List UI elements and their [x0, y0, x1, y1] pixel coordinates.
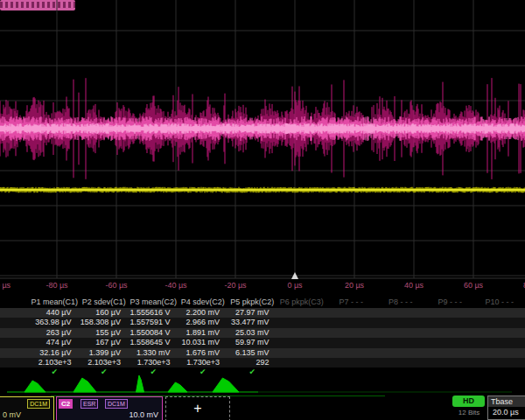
- measurement-histicon: [168, 382, 187, 392]
- c2-scale-value: 10.0 mV: [129, 410, 158, 419]
- measure-value-cell: 1.558645 V: [130, 338, 179, 347]
- measure-value-cell: [426, 308, 476, 318]
- measure-header-cell[interactable]: P10 - - -: [476, 297, 525, 308]
- time-axis-label: 0 µs: [274, 281, 316, 290]
- measure-value-cell: 167 µV: [80, 338, 130, 347]
- measure-value-cell: 155 µV: [80, 328, 130, 338]
- measure-value-cell: 33.477 mV: [228, 318, 278, 327]
- hd-mode-badge[interactable]: HD: [452, 396, 485, 407]
- measure-value-cell: 440 µV: [31, 308, 80, 318]
- measure-value-cell: [377, 338, 427, 347]
- timebase-title: Tbase: [488, 396, 525, 407]
- measure-value-cell: [327, 348, 377, 358]
- measurement-table: P1 mean(C1)P2 sdev(C1)P3 mean(C2)P4 sdev…: [0, 297, 525, 378]
- measure-value-cell: 2.103e+3: [31, 358, 80, 368]
- measure-value-cell: [476, 338, 525, 347]
- measure-value-cell: [278, 338, 328, 347]
- measure-value-cell: [476, 318, 525, 327]
- measure-value-cell: 1.550084 V: [130, 328, 179, 338]
- measure-value-cell: 2.966 mV: [179, 318, 229, 327]
- time-axis-label: -100 µs: [0, 281, 18, 290]
- measure-value-cell: [377, 308, 427, 318]
- plus-icon: +: [193, 401, 201, 416]
- time-axis-label: 60 µs: [452, 281, 494, 290]
- measure-value-cell: [476, 348, 525, 358]
- measure-value-cell: 263 µV: [31, 328, 80, 338]
- time-axis-label: -80 µs: [36, 281, 78, 290]
- time-axis-label: 40 µs: [393, 281, 435, 290]
- timebase-descriptor[interactable]: Tbase 20.0 µs: [487, 396, 525, 420]
- measure-value-cell: 59.97 mV: [228, 338, 278, 347]
- time-axis: -100 µs-80 µs-60 µs-40 µs-20 µs0 µs20 µs…: [0, 281, 525, 292]
- measure-header-cell[interactable]: P9 - - -: [426, 297, 476, 308]
- time-axis-label: -60 µs: [95, 281, 137, 290]
- measure-value-cell: [377, 358, 427, 368]
- time-axis-label: 80 µs: [512, 281, 525, 290]
- timebase-value: 20.0 µs: [488, 407, 525, 418]
- measure-value-cell: 27.97 mV: [228, 308, 278, 318]
- measure-value-cell: 160 µV: [80, 308, 130, 318]
- measure-value-cell: [426, 318, 476, 327]
- measure-value-cell: [327, 308, 377, 318]
- c2-esr-badge: ESR: [80, 399, 98, 409]
- c1-coupling-badge: DC1M: [27, 399, 50, 409]
- measure-value-cell: [278, 358, 328, 368]
- measure-value-cell: [327, 338, 377, 347]
- measurement-histicon: [213, 378, 239, 392]
- measure-value-cell: [426, 358, 476, 368]
- measure-value-cell: [426, 328, 476, 338]
- measure-value-cell: [377, 318, 427, 327]
- measure-value-cell: 1.676 mV: [179, 348, 229, 358]
- measure-value-cell: [278, 348, 328, 358]
- measure-value-cell: [327, 328, 377, 338]
- measure-value-cell: [476, 358, 525, 368]
- histicon-strip: [0, 374, 525, 396]
- measure-header-cell[interactable]: P7 - - -: [327, 297, 377, 308]
- c2-coupling-badge: DC1M: [105, 399, 128, 409]
- measurement-histicon: [136, 375, 144, 392]
- measure-header-cell[interactable]: P8 - - -: [377, 297, 427, 308]
- time-axis-label: 20 µs: [333, 281, 375, 290]
- measure-value-cell: [426, 338, 476, 347]
- measure-value-cell: 1.557591 V: [130, 318, 179, 327]
- measure-value-cell: 1.730e+3: [179, 358, 229, 368]
- measure-header-cell[interactable]: P2 sdev(C1): [80, 297, 130, 308]
- measure-value-cell: 32.16 µV: [31, 348, 80, 358]
- measure-value-cell: 292: [228, 358, 278, 368]
- measure-value-cell: [426, 348, 476, 358]
- measure-header-cell[interactable]: P4 sdev(C2): [179, 297, 229, 308]
- measure-value-cell: 363.98 µV: [31, 318, 80, 327]
- channel-c2-descriptor[interactable]: C2 ESR DC1M 10.0 mV: [56, 396, 163, 420]
- measure-header-cell[interactable]: P6 pkpk(C3): [278, 297, 328, 308]
- c1-scale-value: 0 mV: [3, 410, 21, 419]
- measure-value-cell: 1.330 mV: [130, 348, 179, 358]
- hd-bits-label: 12 Bits: [448, 409, 490, 416]
- measurement-histicon: [74, 378, 96, 392]
- measure-header-cell[interactable]: P5 pkpk(C2): [228, 297, 278, 308]
- c2-label-badge: C2: [59, 399, 73, 409]
- measure-value-cell: [476, 328, 525, 338]
- measure-value-cell: 1.730e+3: [130, 358, 179, 368]
- measure-value-cell: [377, 348, 427, 358]
- measure-value-cell: 1.399 µV: [80, 348, 130, 358]
- measure-header-cell[interactable]: P3 mean(C2): [130, 297, 179, 308]
- measure-value-cell: [327, 318, 377, 327]
- measure-value-cell: 474 µV: [31, 338, 80, 347]
- measure-value-cell: 1.891 mV: [179, 328, 229, 338]
- channel-c1-descriptor[interactable]: DC1M 0 mV: [0, 396, 54, 420]
- measure-header-cell[interactable]: P1 mean(C1): [31, 297, 80, 308]
- measure-value-cell: 25.03 mV: [228, 328, 278, 338]
- measure-value-cell: 10.031 mV: [179, 338, 229, 347]
- measure-value-cell: 2.200 mV: [179, 308, 229, 318]
- waveform-grid-area: [0, 0, 525, 280]
- measurement-histicon: [24, 381, 46, 392]
- measure-value-cell: [278, 328, 328, 338]
- measure-value-cell: [278, 318, 328, 327]
- measure-value-cell: 2.103e+3: [80, 358, 130, 368]
- measure-value-cell: 6.135 mV: [228, 348, 278, 358]
- add-trace-box[interactable]: +: [165, 396, 230, 420]
- time-axis-label: -40 µs: [155, 281, 197, 290]
- measure-value-cell: 1.555616 V: [130, 308, 179, 318]
- measure-value-cell: [278, 308, 328, 318]
- measure-value-cell: [476, 308, 525, 318]
